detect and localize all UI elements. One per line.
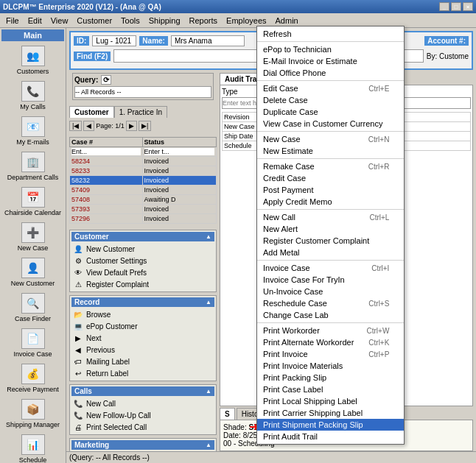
ctx-print-packing-slip[interactable]: Print Packing Slip bbox=[257, 372, 404, 384]
sidebar-item-my-emails[interactable]: 📧 My E-mails bbox=[1, 113, 64, 149]
menu-admin[interactable]: Admin bbox=[271, 15, 303, 26]
panel-item-view-default-prefs[interactable]: 👁 View Default Prefs bbox=[71, 266, 214, 278]
menu-reports[interactable]: Reports bbox=[185, 15, 223, 26]
tab-practice[interactable]: 1. Practice In bbox=[114, 106, 167, 118]
sidebar-item-my-calls[interactable]: 📞 My Calls bbox=[1, 78, 64, 113]
ctx-invoice-case[interactable]: Invoice Case Ctrl+I bbox=[257, 262, 404, 274]
query-input[interactable] bbox=[74, 86, 211, 98]
sidebar-item-case-finder[interactable]: 🔍 Case Finder bbox=[1, 290, 64, 325]
menu-file[interactable]: File bbox=[1, 15, 24, 26]
menu-employees[interactable]: Employees bbox=[222, 15, 270, 26]
calls-chevron: ▲ bbox=[206, 388, 211, 395]
ctx-print-local-shipping[interactable]: Print Local Shipping Label bbox=[257, 395, 404, 407]
ctx-print-workorder[interactable]: Print Workorder Ctrl+W bbox=[257, 325, 404, 336]
nav-prev-btn[interactable]: ◀ bbox=[83, 121, 94, 131]
ctx-refresh[interactable]: Refresh bbox=[257, 28, 404, 40]
panel-item-new-customer[interactable]: 👤 New Customer bbox=[71, 243, 214, 255]
sidebar-item-calendar[interactable]: 📅 Chairside Calendar bbox=[1, 184, 64, 219]
new-case-icon: ➕ bbox=[21, 222, 45, 243]
mailing-label-icon: 🏷 bbox=[73, 356, 83, 367]
menu-edit[interactable]: Edit bbox=[24, 15, 46, 26]
ctx-print-carrier-shipping[interactable]: Print Carrier Shipping Label bbox=[257, 407, 404, 419]
ctx-register-customer-complaint[interactable]: Register Customer Complaint bbox=[257, 235, 404, 247]
table-row[interactable]: 57296 Invoiced bbox=[70, 214, 217, 224]
nav-first-btn[interactable]: |◀ bbox=[69, 121, 82, 131]
panel-item-new-followup-call[interactable]: 📞 New Follow-Up Call bbox=[71, 409, 214, 421]
menu-tools[interactable]: Tools bbox=[116, 15, 144, 26]
ctx-edit-case[interactable]: Edit Case Ctrl+E bbox=[257, 82, 404, 94]
ctx-reschedule-case[interactable]: Reschedule Case Ctrl+S bbox=[257, 297, 404, 309]
ctx-new-alert[interactable]: New Alert bbox=[257, 223, 404, 235]
panel-item-previous[interactable]: ◀ Previous bbox=[71, 344, 214, 356]
table-row[interactable] bbox=[70, 147, 217, 157]
panel-item-customer-settings[interactable]: ⚙ Customer Settings bbox=[71, 255, 214, 266]
sidebar-item-invoice-case[interactable]: 📄 Invoice Case bbox=[1, 325, 64, 361]
window-controls[interactable]: _ □ × bbox=[439, 2, 473, 11]
table-row-selected[interactable]: 58232 Invoiced bbox=[70, 176, 217, 185]
receive-payment-icon: 💰 bbox=[21, 364, 45, 384]
sidebar-item-new-case[interactable]: ➕ New Case bbox=[1, 219, 64, 255]
ctx-new-case[interactable]: New Case Ctrl+N bbox=[257, 133, 404, 145]
ctx-apply-credit-memo[interactable]: Apply Credit Memo bbox=[257, 196, 404, 208]
table-row[interactable]: 58234 Invoiced bbox=[70, 157, 217, 166]
table-row[interactable]: 57393 Invoiced bbox=[70, 205, 217, 214]
nav-last-btn[interactable]: ▶| bbox=[139, 121, 151, 131]
ctx-view-case-currency[interactable]: View Case in Customer Currency bbox=[257, 118, 404, 130]
ctx-print-invoice-materials[interactable]: Print Invoice Materials bbox=[257, 360, 404, 372]
panel-label-new-customer: New Customer bbox=[86, 245, 135, 253]
tab-customer[interactable]: Customer bbox=[69, 106, 114, 118]
panel-item-next[interactable]: ▶ Next bbox=[71, 332, 214, 344]
panel-item-register-complaint[interactable]: ⚠ Register Complaint bbox=[71, 278, 214, 290]
ctx-print-invoice[interactable]: Print Invoice Ctrl+P bbox=[257, 348, 404, 360]
ctx-uninvoice-case[interactable]: Un-Invoice Case bbox=[257, 286, 404, 297]
maximize-btn[interactable]: □ bbox=[451, 2, 461, 11]
ctx-email-invoice[interactable]: E-Mail Invoice or Estimate bbox=[257, 55, 404, 67]
menu-customer[interactable]: Customer bbox=[72, 15, 116, 26]
tab-s[interactable]: S bbox=[220, 408, 235, 420]
ctx-print-alt-workorder[interactable]: Print Alternate Workorder Ctrl+K bbox=[257, 336, 404, 348]
sidebar-item-schedule-dashboard[interactable]: 📊 Schedule Dashboard bbox=[1, 431, 64, 463]
panel-item-new-call[interactable]: 📞 New Call bbox=[71, 397, 214, 409]
panel-item-return-label[interactable]: ↩ Return Label bbox=[71, 367, 214, 379]
ctx-new-call[interactable]: New Call Ctrl+L bbox=[257, 211, 404, 223]
case-input[interactable] bbox=[71, 148, 141, 155]
ctx-post-payment[interactable]: Post Payment bbox=[257, 184, 404, 196]
ctx-epop-technician[interactable]: ePop to Technician bbox=[257, 43, 404, 55]
sidebar-item-dept-calls[interactable]: 🏢 Department Calls bbox=[1, 149, 64, 184]
sidebar-item-shipping-manager[interactable]: 📦 Shipping Manager bbox=[1, 396, 64, 431]
ctx-print-audit-trail[interactable]: Print Audit Trail bbox=[257, 431, 404, 442]
ctx-invoice-case-tryin[interactable]: Invoice Case For TryIn bbox=[257, 274, 404, 286]
panel-label-new-followup-call: New Follow-Up Call bbox=[86, 411, 151, 420]
menu-shipping[interactable]: Shipping bbox=[144, 15, 185, 26]
ctx-new-case-label: New Case bbox=[263, 135, 301, 144]
nav-next-btn[interactable]: ▶ bbox=[126, 121, 137, 131]
ctx-dial-office[interactable]: Dial Office Phone bbox=[257, 67, 404, 79]
status-input[interactable] bbox=[144, 148, 214, 155]
context-menu[interactable]: Refresh ePop to Technician E-Mail Invoic… bbox=[256, 26, 405, 445]
table-row[interactable]: 58233 Invoiced bbox=[70, 166, 217, 176]
sidebar-label-receive-payment: Receive Payment bbox=[7, 386, 59, 393]
ctx-print-shipment-packing[interactable]: Print Shipment Packing Slip bbox=[257, 419, 404, 431]
ctx-change-case-lab[interactable]: Change Case Lab bbox=[257, 309, 404, 321]
ctx-delete-case[interactable]: Delete Case bbox=[257, 94, 404, 106]
panel-item-mailing-label[interactable]: 🏷 Mailing Label bbox=[71, 356, 214, 367]
ctx-print-case-label[interactable]: Print Case Label bbox=[257, 384, 404, 395]
ctx-print-case-label-label: Print Case Label bbox=[263, 385, 323, 394]
table-row[interactable]: 57408 Awaiting D bbox=[70, 195, 217, 205]
sidebar-item-customers[interactable]: 👥 Customers bbox=[1, 43, 64, 78]
ctx-add-metal[interactable]: Add Metal bbox=[257, 247, 404, 258]
minimize-btn[interactable]: _ bbox=[439, 2, 449, 11]
ctx-credit-case[interactable]: Credit Case bbox=[257, 172, 404, 184]
sidebar-item-new-customer[interactable]: 👤 New Customer bbox=[1, 255, 64, 290]
ctx-new-estimate[interactable]: New Estimate bbox=[257, 145, 404, 157]
panel-item-print-selected-call[interactable]: 🖨 Print Selected Call bbox=[71, 421, 214, 433]
query-refresh-icon[interactable]: ⟳ bbox=[101, 75, 111, 85]
sidebar-item-receive-payment[interactable]: 💰 Receive Payment bbox=[1, 361, 64, 396]
close-btn[interactable]: × bbox=[463, 2, 473, 11]
ctx-remake-case[interactable]: Remake Case Ctrl+R bbox=[257, 160, 404, 172]
panel-item-epop-customer[interactable]: 💻 ePop Customer bbox=[71, 320, 214, 332]
table-row[interactable]: 57409 Invoiced bbox=[70, 185, 217, 195]
ctx-duplicate-case[interactable]: Duplicate Case bbox=[257, 106, 404, 118]
panel-item-browse[interactable]: 📂 Browse bbox=[71, 308, 214, 320]
menu-view[interactable]: View bbox=[46, 15, 73, 26]
